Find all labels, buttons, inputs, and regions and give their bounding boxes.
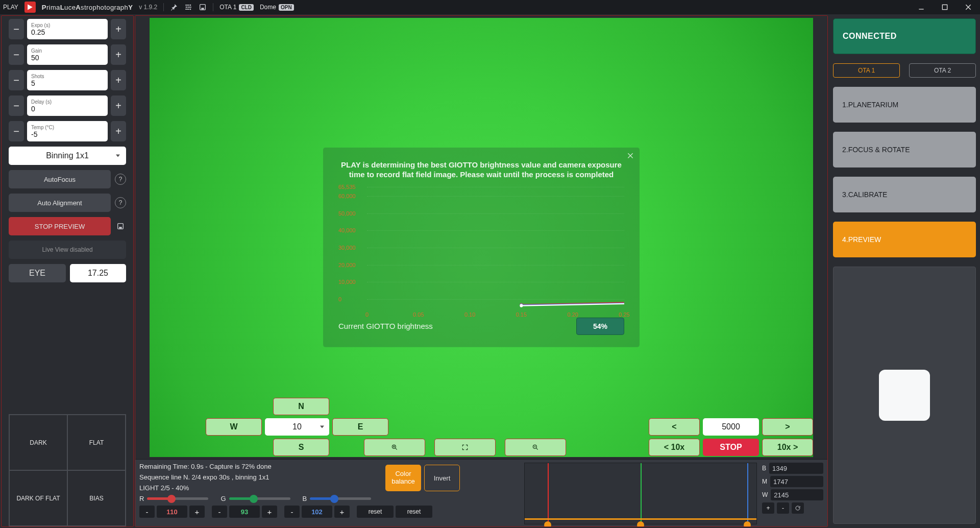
settings-icon[interactable] (184, 3, 192, 11)
shots-plus[interactable]: + (111, 70, 126, 90)
left-panel: − Expo (s)0.25 + − Gain50 + − Shots5 + −… (1, 15, 134, 527)
temp-stepper: − Temp (°C)-5 + (9, 121, 126, 141)
b-minus[interactable]: - (284, 506, 300, 518)
minimize-button[interactable] (913, 1, 930, 13)
move-east-button[interactable]: E (332, 418, 388, 436)
shots-field[interactable]: Shots5 (27, 70, 108, 90)
reset-all-button[interactable]: reset (396, 506, 432, 518)
focus-out-button[interactable]: < (649, 418, 700, 436)
zoom-fit-button[interactable] (434, 439, 496, 456)
binning-select[interactable]: Binning 1x1 (9, 147, 126, 165)
hist-plus[interactable]: + (762, 502, 774, 514)
delay-minus[interactable]: − (9, 95, 24, 116)
slider-r[interactable] (147, 497, 208, 500)
dialog-close-icon[interactable] (626, 152, 634, 162)
shots-stepper: − Shots5 + (9, 70, 126, 90)
autofocus-button[interactable]: AutoFocus (9, 170, 111, 188)
thumbnail[interactable] (833, 267, 976, 524)
focus-in-button[interactable]: > (762, 418, 813, 436)
dome-status[interactable]: Dome OPN (260, 4, 294, 11)
histogram[interactable] (524, 463, 757, 524)
autofocus-help-icon[interactable]: ? (115, 174, 126, 185)
frame-dark[interactable]: DARK (9, 415, 67, 470)
exposure-stepper: − Expo (s)0.25 + (9, 19, 126, 39)
move-west-button[interactable]: W (206, 418, 262, 436)
autoalign-button[interactable]: Auto Alignment (9, 194, 111, 212)
svg-marker-0 (28, 4, 33, 10)
eye-button[interactable]: EYE (9, 264, 66, 282)
brightness-value-button[interactable]: 54% (576, 318, 624, 335)
stop-preview-button[interactable]: STOP PREVIEW (9, 217, 111, 235)
gain-plus[interactable]: + (111, 44, 126, 65)
center-panel: PLAY is determining the best GIOTTO brig… (135, 15, 828, 527)
m-label: M (762, 478, 767, 485)
save-icon[interactable] (199, 3, 207, 11)
gain-field[interactable]: Gain50 (27, 44, 108, 65)
g-plus[interactable]: + (262, 506, 277, 518)
focus-in-10x-button[interactable]: 10x > (762, 439, 813, 456)
dialog-text: PLAY is determining the best GIOTTO brig… (338, 160, 624, 180)
move-north-button[interactable]: N (273, 398, 329, 415)
ota-status[interactable]: OTA 1 CLD (219, 4, 254, 11)
eye-value[interactable]: 17.25 (70, 264, 126, 282)
binning-row: Binning 1x1 (9, 147, 126, 165)
connection-status[interactable]: CONNECTED (833, 18, 976, 54)
nav-focus-rotate[interactable]: 2.FOCUS & ROTATE (833, 132, 976, 167)
hist-reload-icon[interactable] (792, 502, 804, 514)
ota2-tab[interactable]: OTA 2 (909, 63, 976, 78)
reset-rgb-button[interactable]: reset (357, 506, 394, 518)
temp-minus[interactable]: − (9, 121, 24, 141)
invert-button[interactable]: Invert (424, 465, 460, 491)
r-minus[interactable]: - (139, 506, 155, 518)
gain-stepper: − Gain50 + (9, 44, 126, 65)
temp-plus[interactable]: + (111, 121, 126, 141)
exposure-field[interactable]: Expo (s)0.25 (27, 19, 108, 39)
delay-plus[interactable]: + (111, 95, 126, 116)
move-south-button[interactable]: S (273, 439, 329, 456)
b-black-value[interactable]: 1349 (769, 463, 823, 474)
save-preview-icon[interactable] (115, 221, 126, 232)
zoom-in-button[interactable] (364, 439, 425, 456)
focus-value[interactable]: 5000 (703, 418, 759, 436)
dialog-footer-label: Current GIOTTO brightness (338, 322, 576, 330)
focus-out-10x-button[interactable]: < 10x (649, 439, 700, 456)
dome-badge: OPN (279, 4, 294, 11)
pin-icon[interactable] (170, 3, 178, 11)
nav-preview[interactable]: 4.PREVIEW (833, 222, 976, 257)
focus-stop-button[interactable]: STOP (703, 439, 759, 456)
w-white-value[interactable]: 2145 (771, 489, 823, 500)
svg-point-1 (190, 5, 191, 6)
slider-g[interactable] (229, 497, 290, 500)
giotto-dialog: PLAY is determining the best GIOTTO brig… (323, 148, 640, 347)
hist-minus[interactable]: - (777, 502, 789, 514)
g-minus[interactable]: - (212, 506, 227, 518)
zoom-out-button[interactable] (505, 439, 566, 456)
color-balance-button[interactable]: Color balance (385, 465, 421, 491)
r-plus[interactable]: + (189, 506, 205, 518)
autoalign-help-icon[interactable]: ? (115, 197, 126, 208)
frame-darkofflat[interactable]: DARK OF FLAT (9, 470, 67, 526)
shots-minus[interactable]: − (9, 70, 24, 90)
liveview-disabled: Live View disabled (9, 241, 126, 259)
nav-planetarium[interactable]: 1.PLANETARIUM (833, 87, 976, 123)
svg-line-18 (395, 448, 397, 450)
ota1-tab[interactable]: OTA 1 (833, 63, 900, 78)
frame-bias[interactable]: BIAS (67, 470, 126, 526)
close-button[interactable] (960, 1, 977, 13)
nav-calibrate[interactable]: 3.CALIBRATE (833, 177, 976, 212)
viewport: PLAY is determining the best GIOTTO brig… (135, 16, 827, 459)
maximize-button[interactable] (936, 1, 953, 13)
slider-b[interactable] (310, 497, 371, 500)
temp-field[interactable]: Temp (°C)-5 (27, 121, 108, 141)
frame-flat[interactable]: FLAT (67, 415, 126, 470)
exposure-label: Expo (s) (31, 22, 104, 28)
svg-line-22 (536, 448, 538, 450)
svg-rect-7 (942, 5, 947, 9)
m-mid-value[interactable]: 1747 (770, 476, 823, 487)
exposure-minus[interactable]: − (9, 19, 24, 39)
delay-field[interactable]: Delay (s)0 (27, 95, 108, 116)
b-plus[interactable]: + (334, 506, 350, 518)
exposure-plus[interactable]: + (111, 19, 126, 39)
slew-speed-select[interactable]: 10 (265, 418, 329, 436)
gain-minus[interactable]: − (9, 44, 24, 65)
